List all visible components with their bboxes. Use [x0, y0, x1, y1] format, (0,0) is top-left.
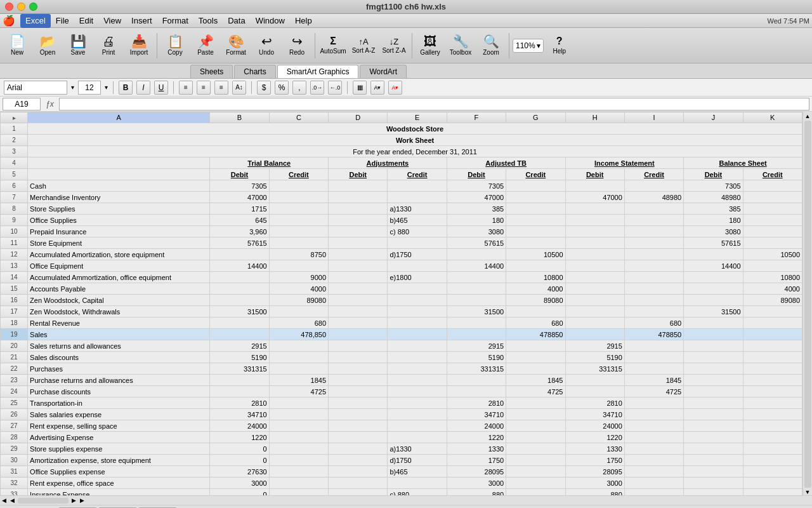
cell-r5c[interactable]: Credit [269, 169, 328, 180]
row-num[interactable]: 6 [1, 180, 28, 192]
cell-r10k[interactable] [743, 226, 802, 237]
cell-r6j[interactable]: 7305 [684, 180, 743, 192]
col-header-d[interactable]: D [329, 112, 388, 123]
row-num[interactable]: 27 [1, 420, 28, 432]
cell-r31d[interactable] [329, 466, 388, 478]
open-button[interactable]: 📂 Open [33, 30, 62, 62]
cell-r28b[interactable]: 1220 [210, 432, 269, 443]
menu-file[interactable]: File [51, 14, 74, 28]
cell-r27c[interactable] [269, 420, 328, 432]
cell-reference-input[interactable] [3, 98, 41, 110]
cell-r6h[interactable] [565, 180, 624, 192]
cell-r29c[interactable] [269, 443, 328, 455]
menu-data[interactable]: Data [223, 14, 250, 28]
cell-r8d[interactable] [329, 203, 388, 215]
cell-r10e[interactable]: c) 880 [388, 226, 447, 237]
cell-r20k[interactable] [743, 340, 802, 352]
cell-r24j[interactable] [684, 386, 743, 398]
cell-r8g[interactable] [506, 203, 565, 215]
cell-r28c[interactable] [269, 432, 328, 443]
help-button[interactable]: ? Help [545, 30, 574, 62]
cell-r13f[interactable]: 14400 [447, 260, 506, 272]
cell-r11f[interactable]: 57615 [447, 237, 506, 249]
cell-r23k[interactable] [743, 375, 802, 386]
cell-r21c[interactable] [269, 352, 328, 363]
cell-r8i[interactable] [624, 203, 683, 215]
undo-button[interactable]: ↩ Undo [252, 30, 281, 62]
cell-r23c[interactable]: 1845 [269, 375, 328, 386]
cell-r21h[interactable]: 5190 [565, 352, 624, 363]
cell-r9c[interactable] [269, 215, 328, 226]
close-button[interactable] [5, 3, 13, 11]
cell-r29d[interactable] [329, 443, 388, 455]
cell-r28i[interactable] [624, 432, 683, 443]
cell-r11h[interactable] [565, 237, 624, 249]
cell-r6k[interactable] [743, 180, 802, 192]
cell-r15i[interactable] [624, 283, 683, 295]
cell-r17i[interactable] [624, 306, 683, 318]
cell-r31g[interactable] [506, 466, 565, 478]
tab-smartart[interactable]: SmartArt Graphics [277, 65, 359, 78]
scroll-prev-button[interactable]: ◀ [8, 497, 16, 504]
cell-r9f[interactable]: 180 [447, 215, 506, 226]
menu-format[interactable]: Format [157, 14, 193, 28]
cell-r20i[interactable] [624, 340, 683, 352]
cell-r11i[interactable] [624, 237, 683, 249]
cell-r29e[interactable]: a)1330 [388, 443, 447, 455]
cell-r32c[interactable] [269, 478, 328, 489]
cell-r11b[interactable]: 57615 [210, 237, 269, 249]
cell-r28j[interactable] [684, 432, 743, 443]
cell-r24c[interactable]: 4725 [269, 386, 328, 398]
cell-r23h[interactable] [565, 375, 624, 386]
cell-r29i[interactable] [624, 443, 683, 455]
cell-r9e[interactable]: b)465 [388, 215, 447, 226]
cell-r10j[interactable]: 3080 [684, 226, 743, 237]
cell-r31a[interactable]: Office Supplies expense [28, 466, 210, 478]
cell-r14b[interactable] [210, 272, 269, 283]
cell-r17g[interactable] [506, 306, 565, 318]
font-size-down-icon[interactable]: ▾ [105, 84, 108, 91]
cell-r21k[interactable] [743, 352, 802, 363]
cell-r16f[interactable] [447, 295, 506, 306]
cell-trial-balance[interactable]: Trial Balance [210, 157, 329, 169]
cell-r32e[interactable] [388, 478, 447, 489]
cell-r32f[interactable]: 3000 [447, 478, 506, 489]
cell-r10i[interactable] [624, 226, 683, 237]
cell-r23d[interactable] [329, 375, 388, 386]
cell-r8f[interactable]: 385 [447, 203, 506, 215]
cell-r31k[interactable] [743, 466, 802, 478]
cell-r8k[interactable] [743, 203, 802, 215]
cell-r19e[interactable] [388, 329, 447, 340]
cell-r32d[interactable] [329, 478, 388, 489]
cell-r30g[interactable] [506, 455, 565, 466]
font-size-dropdown-icon[interactable]: ▾ [71, 84, 74, 91]
cell-r20d[interactable] [329, 340, 388, 352]
import-button[interactable]: 📥 Import [124, 30, 154, 62]
cell-r23j[interactable] [684, 375, 743, 386]
cell-r33f[interactable]: 880 [447, 489, 506, 496]
cell-r27d[interactable] [329, 420, 388, 432]
col-header-a[interactable]: A [28, 112, 210, 123]
row-num[interactable]: 7 [1, 192, 28, 203]
cell-r18a[interactable]: Rental Revenue [28, 318, 210, 329]
fill-color-button[interactable]: A▾ [370, 81, 384, 95]
cell-r5d[interactable]: Debit [329, 169, 388, 180]
menu-tools[interactable]: Tools [193, 14, 223, 28]
cell-r5k[interactable]: Credit [743, 169, 802, 180]
cell-r31f[interactable]: 28095 [447, 466, 506, 478]
cell-r30h[interactable]: 1750 [565, 455, 624, 466]
cell-r19i[interactable]: 478850 [624, 329, 683, 340]
cell-r30c[interactable] [269, 455, 328, 466]
cell-r20b[interactable]: 2915 [210, 340, 269, 352]
cell-r23g[interactable]: 1845 [506, 375, 565, 386]
row-num[interactable]: 28 [1, 432, 28, 443]
cell-r18f[interactable] [447, 318, 506, 329]
cell-r6d[interactable] [329, 180, 388, 192]
cell-r27f[interactable]: 24000 [447, 420, 506, 432]
cell-r27k[interactable] [743, 420, 802, 432]
cell-r13d[interactable] [329, 260, 388, 272]
cell-r22e[interactable] [388, 363, 447, 375]
cell-r33i[interactable] [624, 489, 683, 496]
cell-r13j[interactable]: 14400 [684, 260, 743, 272]
cell-r12d[interactable] [329, 249, 388, 260]
